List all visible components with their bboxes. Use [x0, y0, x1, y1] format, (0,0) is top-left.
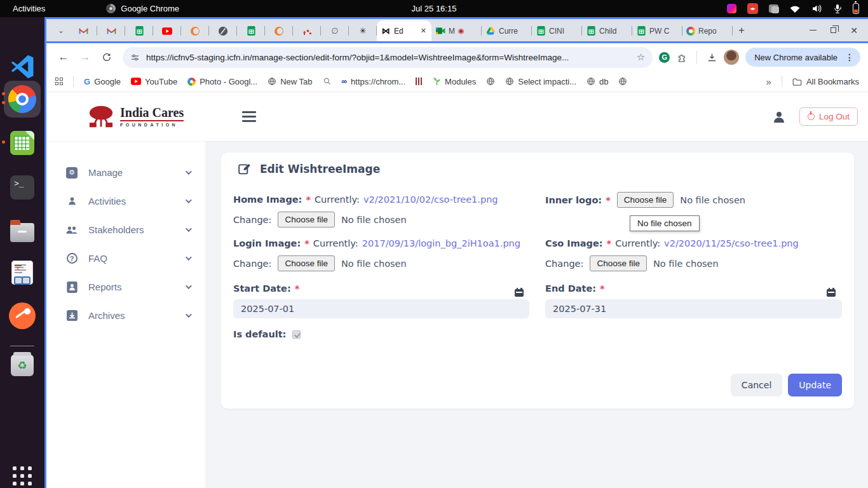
bookmarks-overflow-chevron[interactable]: » — [766, 76, 771, 87]
bookmark-google[interactable]: GGoogle — [84, 77, 121, 86]
sidebar-item-reports[interactable]: Reports — [46, 273, 205, 301]
battery-icon[interactable] — [853, 3, 859, 14]
pinned-tab-orange[interactable] — [265, 20, 293, 41]
pinned-tab-knot[interactable]: ✳ — [349, 20, 377, 41]
new-tab-button[interactable]: + — [733, 22, 750, 39]
user-icon[interactable] — [771, 109, 787, 125]
pinned-tab-slash[interactable]: ∅ — [321, 20, 349, 41]
site-settings-icon[interactable] — [130, 53, 140, 62]
screenshare-icon[interactable]: ◂▸ — [747, 3, 758, 14]
focused-app-indicator[interactable]: Google Chrome — [106, 4, 179, 13]
calendar-icon[interactable] — [515, 288, 524, 297]
pinned-tab-sheets[interactable] — [237, 20, 265, 41]
bookmark-modules[interactable]: Modules — [433, 77, 476, 86]
terminal-icon[interactable]: >_ — [8, 173, 36, 201]
update-button[interactable]: Update — [788, 374, 842, 396]
app-grid-icon[interactable] — [8, 462, 36, 488]
chat-icon[interactable] — [769, 4, 778, 13]
microphone-icon[interactable] — [833, 4, 842, 14]
clock[interactable]: Jul 25 16:15 — [412, 4, 457, 13]
sidebar-item-manage[interactable]: ⚙ Manage — [46, 158, 205, 187]
tab-meet[interactable]: M ◉ — [431, 20, 482, 41]
trash-icon[interactable]: ♻ — [8, 351, 36, 379]
chrome-update-pill[interactable]: New Chrome available ⋮ — [745, 48, 860, 67]
sidebar-item-activities[interactable]: Activities — [46, 187, 205, 215]
pinned-tab-sheets[interactable] — [125, 20, 153, 41]
all-bookmarks-button[interactable]: All Bookmarks — [792, 77, 859, 86]
tab-close-icon[interactable]: ✕ — [421, 27, 426, 35]
pinned-tab-darkglobe[interactable] — [209, 20, 237, 41]
cso-image-choose-file-button[interactable]: Choose file — [590, 255, 647, 271]
is-default-checkbox[interactable] — [292, 330, 301, 339]
profile-avatar[interactable] — [724, 50, 739, 65]
brand-logo[interactable]: India Cares FOUNDATION — [87, 105, 184, 129]
pinned-tab-gmail[interactable] — [69, 20, 97, 41]
bookmark-star-icon[interactable]: ☆ — [637, 51, 645, 63]
pinned-tab-orange[interactable] — [181, 20, 209, 41]
bookmark-globe[interactable] — [618, 77, 627, 86]
tab-child[interactable]: Child — [582, 20, 632, 41]
activities-button[interactable]: Activities — [0, 4, 58, 13]
sidebar-item-archives[interactable]: Archives — [46, 301, 205, 330]
bookmark-youtube[interactable]: YouTube — [131, 77, 177, 86]
libreoffice-calc-icon[interactable] — [8, 129, 36, 157]
browser-menu-icon[interactable]: ⋮ — [843, 52, 857, 62]
extensions-puzzle-icon[interactable] — [672, 48, 691, 67]
active-tab[interactable]: ⋈ Ed ✕ — [377, 20, 431, 41]
sidebar-item-stakeholders[interactable]: Stakeholders — [46, 215, 205, 244]
home-image-choose-file-button[interactable]: Choose file — [278, 212, 335, 227]
bookmark-photos[interactable]: Photo - Googl... — [187, 77, 257, 86]
pinned-tab-gmail[interactable] — [97, 20, 125, 41]
wifi-icon[interactable] — [789, 4, 801, 13]
chrome-icon[interactable] — [8, 85, 36, 113]
hamburger-menu-icon[interactable] — [242, 111, 256, 122]
tab-pw[interactable]: PW C — [632, 20, 682, 41]
toolbar-divider — [696, 51, 697, 64]
sidebar-item-faq[interactable]: ? FAQ — [46, 244, 205, 273]
volume-icon[interactable] — [811, 4, 822, 13]
tab-repo[interactable]: Repo — [682, 20, 733, 41]
document-viewer-icon[interactable]: e — [8, 259, 36, 287]
bookmark-globe[interactable] — [486, 77, 495, 86]
cso-image-file-link[interactable]: v2/2020/11/25/cso-tree1.png — [664, 238, 799, 248]
tab-cini[interactable]: CINI — [532, 20, 582, 41]
bookmark-chrom[interactable]: ∞https://chrom... — [342, 77, 406, 86]
bookmark-newtab[interactable]: New Tab — [268, 77, 312, 86]
calendar-icon[interactable] — [827, 288, 836, 297]
system-tray[interactable]: ◂▸ — [727, 3, 868, 14]
restore-icon[interactable] — [831, 27, 836, 33]
tab-search-chevron-icon[interactable]: ⌄ — [53, 26, 69, 35]
download-icon[interactable] — [702, 48, 721, 67]
app-cube-icon[interactable] — [727, 4, 736, 13]
login-image-file-link[interactable]: 2017/09/13/login_bg_2iH1oa1.png — [362, 238, 520, 248]
apps-grid-icon[interactable] — [55, 78, 63, 85]
reload-icon[interactable] — [97, 48, 116, 67]
vscode-icon[interactable] — [8, 53, 36, 81]
forward-icon[interactable]: → — [76, 48, 95, 67]
login-image-choose-file-button[interactable]: Choose file — [278, 255, 335, 271]
postman-icon[interactable] — [8, 302, 36, 330]
back-icon[interactable]: ← — [54, 48, 73, 67]
start-date-input[interactable] — [233, 299, 529, 318]
minimize-icon[interactable] — [810, 30, 817, 31]
main-content: Edit WishtreeImage Home Image:* Currentl… — [205, 141, 868, 488]
inner-logo-choose-file-button[interactable]: Choose file — [617, 192, 674, 208]
url-text[interactable]: https://icfnv5-staging.icfn.in/manage-se… — [146, 53, 630, 62]
active-tab-title: Ed — [394, 27, 417, 36]
pinned-tab-redarch[interactable] — [293, 20, 321, 41]
bookmark-search[interactable] — [323, 77, 332, 86]
address-bar[interactable]: https://icfnv5-staging.icfn.in/manage-se… — [123, 47, 653, 68]
bookmark-select-impact[interactable]: Select impacti... — [505, 77, 576, 86]
pinned-tab-youtube[interactable] — [153, 20, 181, 41]
files-icon[interactable] — [8, 217, 36, 245]
cancel-button[interactable]: Cancel — [731, 374, 782, 396]
running-dot — [2, 140, 5, 144]
tab-drive[interactable]: Curre — [482, 20, 532, 41]
home-image-file-link[interactable]: v2/2021/10/02/cso-tree1.png — [363, 194, 498, 205]
grammarly-icon[interactable]: G — [659, 52, 670, 63]
end-date-input[interactable] — [545, 299, 842, 318]
logout-button[interactable]: Log Out — [799, 107, 858, 126]
bookmark-redstripes[interactable] — [416, 78, 423, 85]
close-icon[interactable]: ✕ — [850, 26, 858, 35]
bookmark-db[interactable]: db — [587, 77, 608, 86]
